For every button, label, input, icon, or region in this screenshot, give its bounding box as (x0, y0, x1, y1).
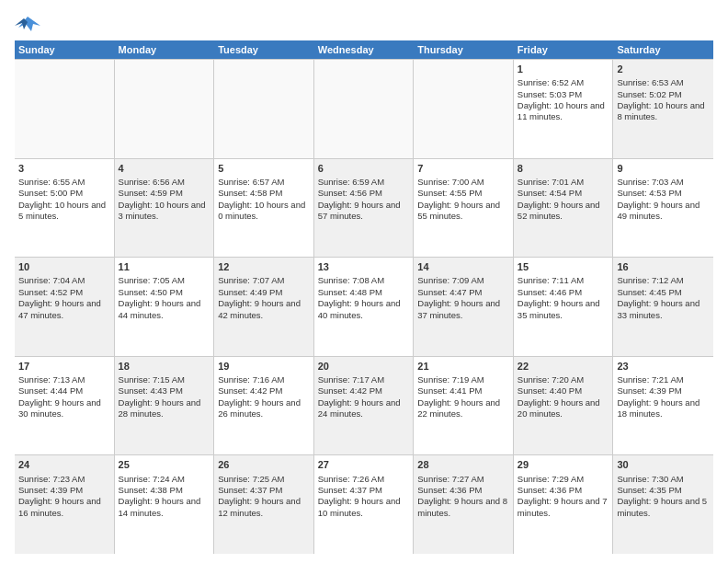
cal-cell-10: 10Sunrise: 7:04 AMSunset: 4:52 PMDayligh… (15, 258, 115, 356)
sunrise-text: Sunrise: 6:57 AM (218, 177, 310, 188)
daylight-text: Daylight: 9 hours and 42 minutes. (218, 298, 310, 321)
cal-cell-7: 7Sunrise: 7:00 AMSunset: 4:55 PMDaylight… (414, 159, 514, 258)
sunset-text: Sunset: 4:58 PM (218, 188, 310, 199)
day-number: 28 (417, 458, 509, 471)
sunrise-text: Sunrise: 6:53 AM (617, 77, 710, 88)
svg-marker-0 (18, 17, 40, 31)
sunrise-text: Sunrise: 6:59 AM (318, 177, 410, 188)
sunset-text: Sunset: 4:36 PM (417, 485, 509, 496)
sunrise-text: Sunrise: 7:23 AM (18, 474, 110, 485)
day-number: 22 (518, 360, 609, 373)
day-number: 13 (318, 260, 410, 273)
weekday-header-wednesday: Wednesday (314, 40, 415, 59)
daylight-text: Daylight: 9 hours and 28 minutes. (119, 397, 210, 420)
day-number: 19 (218, 360, 310, 373)
cal-cell-1: 1Sunrise: 6:52 AMSunset: 5:03 PMDaylight… (514, 60, 614, 158)
day-number: 9 (617, 162, 710, 175)
sunset-text: Sunset: 4:37 PM (318, 485, 410, 496)
sunrise-text: Sunrise: 7:24 AM (119, 474, 210, 485)
cal-cell-8: 8Sunrise: 7:01 AMSunset: 4:54 PMDaylight… (514, 159, 614, 258)
cal-cell-6: 6Sunrise: 6:59 AMSunset: 4:56 PMDaylight… (314, 159, 415, 258)
day-number: 21 (417, 360, 509, 373)
sunrise-text: Sunrise: 7:25 AM (218, 474, 310, 485)
sunset-text: Sunset: 4:56 PM (318, 188, 410, 199)
logo-icon (15, 13, 40, 35)
sunset-text: Sunset: 5:03 PM (518, 89, 609, 100)
calendar: SundayMondayTuesdayWednesdayThursdayFrid… (15, 40, 713, 554)
sunrise-text: Sunrise: 7:00 AM (417, 177, 509, 188)
daylight-text: Daylight: 9 hours and 47 minutes. (18, 298, 110, 321)
sunrise-text: Sunrise: 7:30 AM (617, 474, 710, 485)
day-number: 16 (617, 260, 710, 273)
sunset-text: Sunset: 4:48 PM (318, 287, 410, 298)
cal-cell-9: 9Sunrise: 7:03 AMSunset: 4:53 PMDaylight… (613, 159, 713, 258)
day-number: 7 (417, 162, 509, 175)
daylight-text: Daylight: 9 hours and 30 minutes. (18, 397, 110, 420)
daylight-text: Daylight: 9 hours and 10 minutes. (318, 496, 410, 519)
daylight-text: Daylight: 9 hours and 7 minutes. (518, 496, 609, 519)
sunset-text: Sunset: 4:40 PM (518, 385, 609, 396)
daylight-text: Daylight: 9 hours and 35 minutes. (518, 298, 609, 321)
day-number: 20 (318, 360, 410, 373)
sunrise-text: Sunrise: 7:12 AM (617, 275, 710, 286)
day-number: 24 (18, 458, 110, 471)
day-number: 18 (119, 360, 210, 373)
sunset-text: Sunset: 4:59 PM (119, 188, 210, 199)
cal-row-2: 10Sunrise: 7:04 AMSunset: 4:52 PMDayligh… (15, 257, 713, 356)
daylight-text: Daylight: 10 hours and 0 minutes. (218, 200, 310, 223)
cal-cell-25: 25Sunrise: 7:24 AMSunset: 4:38 PMDayligh… (115, 455, 215, 554)
day-number: 4 (119, 162, 210, 175)
day-number: 26 (218, 458, 310, 471)
sunrise-text: Sunrise: 7:13 AM (18, 374, 110, 385)
daylight-text: Daylight: 9 hours and 26 minutes. (218, 397, 310, 420)
sunrise-text: Sunrise: 7:08 AM (318, 275, 410, 286)
day-number: 29 (518, 458, 609, 471)
sunrise-text: Sunrise: 7:26 AM (318, 474, 410, 485)
sunrise-text: Sunrise: 7:16 AM (218, 374, 310, 385)
daylight-text: Daylight: 9 hours and 55 minutes. (417, 200, 509, 223)
daylight-text: Daylight: 9 hours and 49 minutes. (617, 200, 710, 223)
day-number: 8 (518, 162, 609, 175)
sunrise-text: Sunrise: 7:07 AM (218, 275, 310, 286)
cal-cell-11: 11Sunrise: 7:05 AMSunset: 4:50 PMDayligh… (115, 258, 215, 356)
sunrise-text: Sunrise: 6:52 AM (518, 77, 609, 88)
sunset-text: Sunset: 4:35 PM (617, 485, 710, 496)
sunrise-text: Sunrise: 7:15 AM (119, 374, 210, 385)
sunrise-text: Sunrise: 6:55 AM (18, 177, 110, 188)
sunrise-text: Sunrise: 7:17 AM (318, 374, 410, 385)
cal-cell-17: 17Sunrise: 7:13 AMSunset: 4:44 PMDayligh… (15, 357, 115, 455)
daylight-text: Daylight: 9 hours and 18 minutes. (617, 397, 710, 420)
cal-cell-empty-0-3 (314, 60, 415, 158)
sunset-text: Sunset: 4:46 PM (518, 287, 609, 298)
sunset-text: Sunset: 4:39 PM (617, 385, 710, 396)
cal-cell-28: 28Sunrise: 7:27 AMSunset: 4:36 PMDayligh… (414, 455, 514, 554)
cal-row-0: 1Sunrise: 6:52 AMSunset: 5:03 PMDaylight… (15, 59, 713, 158)
sunrise-text: Sunrise: 7:20 AM (518, 374, 609, 385)
day-number: 30 (617, 458, 710, 471)
sunset-text: Sunset: 4:37 PM (218, 485, 310, 496)
weekday-header-saturday: Saturday (613, 40, 713, 59)
daylight-text: Daylight: 9 hours and 16 minutes. (18, 496, 110, 519)
sunset-text: Sunset: 4:42 PM (318, 385, 410, 396)
cal-row-4: 24Sunrise: 7:23 AMSunset: 4:39 PMDayligh… (15, 454, 713, 554)
daylight-text: Daylight: 10 hours and 5 minutes. (18, 200, 110, 223)
day-number: 5 (218, 162, 310, 175)
cal-row-1: 3Sunrise: 6:55 AMSunset: 5:00 PMDaylight… (15, 158, 713, 258)
daylight-text: Daylight: 9 hours and 20 minutes. (518, 397, 609, 420)
daylight-text: Daylight: 9 hours and 40 minutes. (318, 298, 410, 321)
cal-cell-23: 23Sunrise: 7:21 AMSunset: 4:39 PMDayligh… (613, 357, 713, 455)
cal-cell-26: 26Sunrise: 7:25 AMSunset: 4:37 PMDayligh… (214, 455, 314, 554)
day-number: 1 (518, 63, 609, 75)
weekday-header-sunday: Sunday (15, 40, 115, 59)
day-number: 14 (417, 260, 509, 273)
sunset-text: Sunset: 4:39 PM (18, 485, 110, 496)
cal-cell-24: 24Sunrise: 7:23 AMSunset: 4:39 PMDayligh… (15, 455, 115, 554)
sunrise-text: Sunrise: 6:56 AM (119, 177, 210, 188)
cal-cell-27: 27Sunrise: 7:26 AMSunset: 4:37 PMDayligh… (314, 455, 415, 554)
cal-cell-empty-0-0 (15, 60, 115, 158)
logo (15, 13, 44, 35)
weekday-header-friday: Friday (514, 40, 614, 59)
day-number: 6 (318, 162, 410, 175)
sunset-text: Sunset: 4:41 PM (417, 385, 509, 396)
daylight-text: Daylight: 9 hours and 44 minutes. (119, 298, 210, 321)
